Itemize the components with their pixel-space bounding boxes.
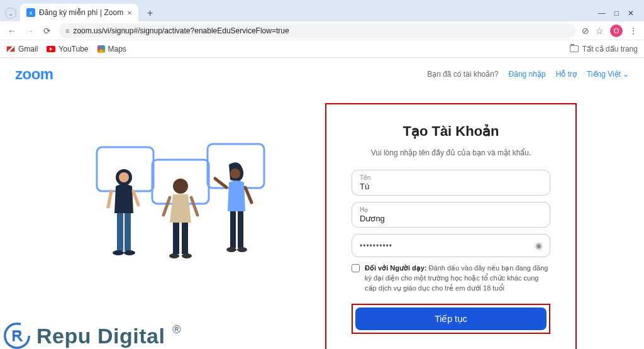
password-field[interactable]: ◉ [352,234,550,257]
browser-address-bar: ← → ⟳ ≡ zoom.us/vi/signup#/signup/activa… [0,21,644,40]
youtube-icon [47,46,55,52]
first-name-input[interactable] [360,181,542,191]
browser-tab[interactable]: z Đăng ký miễn phí | Zoom × [20,4,138,21]
all-bookmarks[interactable]: Tất cả dấu trang [570,45,638,53]
password-key-icon[interactable]: ⊘ [582,26,589,36]
bookmarks-bar: Gmail YouTube Maps Tất cả dấu trang [0,40,644,58]
bookmark-maps[interactable]: Maps [97,45,126,53]
url-bar[interactable]: ≡ zoom.us/vi/signup#/signup/activate?ena… [59,23,575,38]
bookmark-youtube[interactable]: YouTube [47,45,88,53]
svg-rect-16 [238,211,243,248]
svg-point-18 [237,247,247,252]
window-controls: — □ ✕ [593,9,639,21]
reload-icon[interactable]: ⟳ [42,25,53,36]
last-name-label: Họ [360,206,542,213]
educator-consent[interactable]: Đối với Người dạy: Đánh dấu vào đây nếu … [352,263,550,294]
svg-point-17 [226,247,236,252]
profile-avatar[interactable]: O [610,25,623,37]
continue-button[interactable]: Tiếp tục [355,307,547,330]
watermark-text: Repu Digital [36,324,165,348]
svg-rect-15 [230,211,236,248]
repu-logo-icon [4,323,30,349]
svg-point-14 [230,169,240,179]
educator-checkbox[interactable] [352,264,360,272]
eye-icon[interactable]: ◉ [535,241,542,250]
svg-rect-11 [182,223,188,254]
site-info-icon[interactable]: ≡ [65,27,69,35]
new-tab-button[interactable]: + [142,5,158,21]
form-title: Tạo Tài Khoản [402,123,499,140]
svg-point-4 [119,172,129,182]
first-name-label: Tên [360,174,542,181]
svg-point-8 [124,250,135,255]
back-icon[interactable]: ← [6,25,18,36]
chevron-down-icon: ⌄ [623,70,629,79]
signin-link[interactable]: Đăng nhập [509,70,546,79]
maps-icon [97,45,105,53]
last-name-input[interactable] [360,213,542,223]
repu-watermark: Repu Digital ® [0,323,181,349]
bookmark-gmail[interactable]: Gmail [6,45,38,53]
bookmark-star-icon[interactable]: ☆ [596,26,604,36]
forward-icon: → [24,25,35,36]
account-prompt: Bạn đã có tài khoản? [427,70,498,79]
first-name-field[interactable]: Tên [352,170,550,196]
language-selector[interactable]: Tiếng Việt ⌄ [587,70,629,79]
maximize-icon[interactable]: □ [614,9,619,18]
svg-point-9 [173,179,188,194]
svg-rect-10 [173,223,179,254]
close-window-icon[interactable]: ✕ [628,9,634,18]
tab-title: Đăng ký miễn phí | Zoom [39,8,123,17]
svg-point-13 [182,253,192,258]
tab-search-icon[interactable]: ⌄ [5,8,16,19]
registered-icon: ® [172,323,180,336]
zoom-favicon-icon: z [26,8,35,17]
page-content: zoom Bạn đã có tài khoản? Đăng nhập Hỗ t… [0,58,644,349]
close-icon[interactable]: × [127,8,132,18]
kebab-menu-icon[interactable]: ⋮ [629,26,638,36]
folder-icon [570,45,579,52]
browser-tab-strip: ⌄ z Đăng ký miễn phí | Zoom × + — □ ✕ [0,0,644,21]
form-subtitle: Vui lòng nhập tên đầy đủ của bạn và mật … [371,148,531,157]
svg-rect-5 [117,213,123,251]
zoom-logo[interactable]: zoom [15,65,53,83]
zoom-header: zoom Bạn đã có tài khoản? Đăng nhập Hỗ t… [0,58,644,91]
signup-illustration [67,103,294,273]
svg-point-7 [113,250,124,255]
support-link[interactable]: Hỗ trợ [556,70,577,79]
url-text: zoom.us/vi/signup#/signup/activate?enabl… [73,26,569,35]
last-name-field[interactable]: Họ [352,202,550,228]
minimize-icon[interactable]: — [598,9,606,18]
signup-form-panel: Tạo Tài Khoản Vui lòng nhập tên đầy đủ c… [325,103,577,349]
continue-highlight: Tiếp tục [352,304,550,334]
svg-rect-6 [125,213,131,251]
gmail-icon [6,46,15,52]
password-input[interactable] [360,241,535,250]
svg-point-12 [169,253,179,258]
